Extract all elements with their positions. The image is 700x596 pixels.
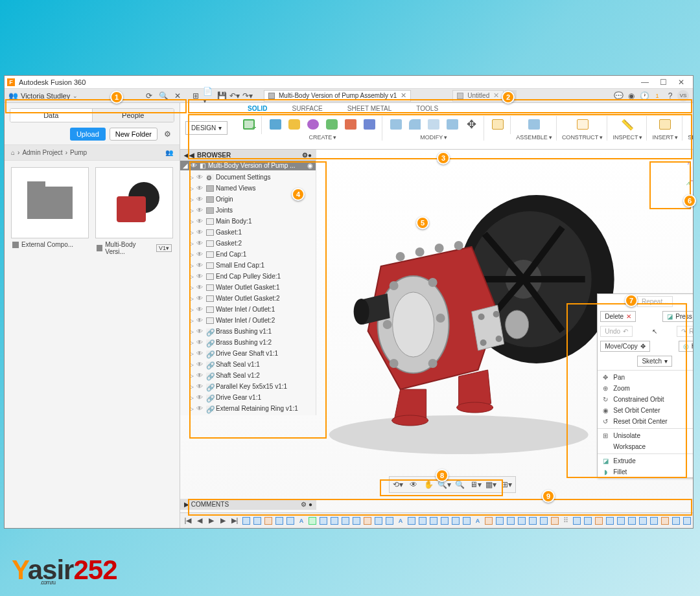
minimize-button[interactable]: —: [636, 78, 654, 87]
tree-item[interactable]: ▷👁End Cap Pulley Side:1: [180, 271, 316, 282]
insert-icon[interactable]: [657, 116, 673, 133]
gear-icon[interactable]: ⚙: [161, 128, 173, 140]
eye-icon[interactable]: 👁: [196, 240, 204, 247]
joint-icon[interactable]: [526, 116, 542, 133]
timeline-feature[interactable]: [671, 516, 681, 526]
menu-unisolate[interactable]: ⊞Unisolate: [598, 430, 693, 441]
tree-item[interactable]: ▷👁Gasket:2: [180, 238, 316, 249]
eye-icon[interactable]: 👁: [196, 207, 204, 214]
timeline-feature[interactable]: [406, 516, 417, 526]
help-icon[interactable]: ?: [664, 90, 676, 102]
file-icon[interactable]: 📄▾: [203, 90, 215, 102]
tree-item[interactable]: ▷👁Main Body:1: [180, 216, 316, 227]
box-icon[interactable]: [267, 116, 284, 133]
tree-item[interactable]: ▷👁⚙Document Settings: [180, 172, 316, 183]
timeline-prev-button[interactable]: ◀: [194, 516, 205, 526]
menu-item[interactable]: ↻Constrained Orbit: [598, 394, 693, 405]
search-icon[interactable]: 🔍: [158, 90, 169, 102]
timeline-feature[interactable]: [605, 516, 615, 526]
eye-icon[interactable]: 👁: [196, 262, 204, 269]
people-icon[interactable]: 👥: [165, 149, 173, 156]
expand-icon[interactable]: ▷: [189, 174, 194, 181]
tab-data[interactable]: Data: [10, 109, 92, 122]
timeline-feature[interactable]: [572, 516, 582, 526]
eye-icon[interactable]: 👁: [196, 306, 204, 313]
timeline-feature[interactable]: [495, 516, 505, 526]
close-panel-icon[interactable]: ✕: [172, 90, 183, 102]
document-tab[interactable]: Multi-Body Version of Pump Assembly v1 ✕: [264, 90, 411, 102]
home-icon[interactable]: ⌂: [11, 149, 15, 156]
pipe-icon[interactable]: [361, 116, 378, 133]
ribbon-tab-tools[interactable]: TOOLS: [414, 105, 441, 113]
radio-icon[interactable]: ◉: [307, 162, 313, 169]
viewport-icon[interactable]: ⊞▾: [500, 478, 514, 491]
timeline-feature[interactable]: [594, 516, 604, 526]
eye-icon[interactable]: 👁: [196, 229, 204, 236]
avatar[interactable]: VS: [677, 90, 689, 102]
tree-item[interactable]: ▷👁🔗Brass Bushing v1:1: [180, 326, 316, 337]
tab-close-icon[interactable]: ✕: [401, 91, 406, 100]
ribbon-tab-solid[interactable]: SOLID: [245, 105, 270, 113]
eye-icon[interactable]: 👁: [196, 339, 204, 346]
timeline-end-button[interactable]: ▶|: [229, 516, 240, 526]
tree-item[interactable]: ▷👁Water Outlet Gasket:1: [180, 282, 316, 293]
timeline-feature[interactable]: [373, 516, 384, 526]
expand-icon[interactable]: ▷: [189, 251, 194, 258]
job-status-icon[interactable]: 🕐: [638, 90, 650, 102]
browser-header[interactable]: ◀◀ BROWSER ⚙ ●: [180, 150, 316, 161]
menu-item[interactable]: ◉Set Orbit Center: [598, 405, 693, 416]
expand-icon[interactable]: ▷: [189, 295, 194, 302]
eye-icon[interactable]: 👁: [196, 350, 204, 357]
timeline-feature[interactable]: [550, 516, 560, 526]
timeline-feature[interactable]: [517, 516, 527, 526]
timeline-feature[interactable]: [274, 516, 285, 526]
ribbon-tab-surface[interactable]: SURFACE: [290, 105, 325, 113]
group-label[interactable]: CONSTRUCT ▾: [562, 134, 603, 141]
sketch-icon[interactable]: +: [240, 116, 257, 133]
move-icon[interactable]: ✥: [463, 116, 480, 133]
timeline-feature[interactable]: [528, 516, 538, 526]
timeline-feature[interactable]: [263, 516, 274, 526]
measure-icon[interactable]: 📏: [619, 116, 636, 133]
upload-button[interactable]: Upload: [70, 128, 106, 141]
expand-icon[interactable]: ▷: [189, 339, 194, 346]
cylinder-icon[interactable]: [286, 116, 303, 133]
group-label[interactable]: INSPECT ▾: [612, 134, 642, 141]
tree-item[interactable]: ▷👁🔗Brass Bushing v1:2: [180, 337, 316, 348]
tree-item[interactable]: ▷👁Joints: [180, 205, 316, 216]
expand-icon[interactable]: ▷: [189, 372, 194, 379]
expand-icon[interactable]: ▷: [189, 395, 194, 401]
expand-icon[interactable]: ▷: [189, 350, 194, 357]
grid-display-icon[interactable]: ▦▾: [484, 478, 498, 491]
expand-icon[interactable]: ▷: [189, 284, 194, 291]
torus-icon[interactable]: [323, 116, 340, 133]
display-icon[interactable]: 🖥▾: [469, 478, 483, 491]
expand-icon[interactable]: ▷: [189, 406, 194, 412]
undo-icon[interactable]: ↶▾: [229, 90, 240, 102]
timeline-feature[interactable]: A: [472, 516, 483, 526]
grid-icon[interactable]: ⊞: [190, 90, 202, 102]
timeline-feature[interactable]: [329, 516, 340, 526]
timeline-feature[interactable]: [384, 516, 395, 526]
timeline-feature[interactable]: [428, 516, 439, 526]
timeline-feature[interactable]: [241, 516, 251, 526]
menu-extrude[interactable]: ◪Extrudee: [598, 455, 693, 466]
expand-icon[interactable]: ▷: [189, 273, 194, 280]
tree-item[interactable]: ▷👁🔗Drive Gear Shaft v1:1: [180, 348, 316, 359]
group-label[interactable]: SELECT ▾: [688, 134, 693, 141]
eye-icon[interactable]: 👁: [196, 273, 204, 280]
timeline-feature[interactable]: ⠿: [561, 516, 571, 526]
eye-icon[interactable]: 👁: [196, 383, 204, 390]
plane-icon[interactable]: [574, 116, 591, 133]
expand-icon[interactable]: ▷: [189, 317, 194, 324]
asset-folder[interactable]: External Compo...: [11, 167, 89, 258]
menu-workspace[interactable]: Workspace▸: [598, 441, 693, 452]
group-label[interactable]: CREATE ▾: [309, 134, 336, 141]
notifications-icon[interactable]: 💬: [612, 90, 624, 102]
menu-item[interactable]: ⊕Zoom: [598, 383, 693, 394]
tree-item[interactable]: ▷👁🔗Shaft Seal v1:2: [180, 370, 316, 381]
eye-icon[interactable]: 👁: [196, 361, 204, 368]
tree-item[interactable]: ▷👁Gasket:1: [180, 227, 316, 238]
eye-icon[interactable]: 👁: [196, 394, 204, 401]
timeline-feature[interactable]: [307, 516, 318, 526]
